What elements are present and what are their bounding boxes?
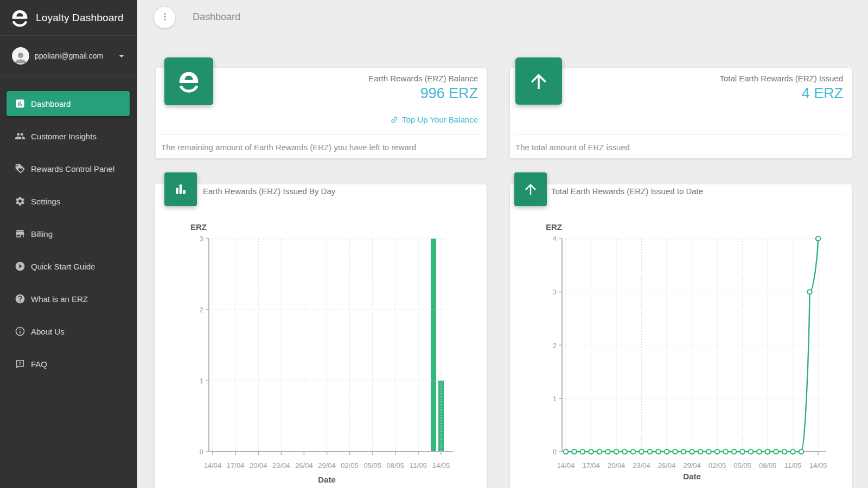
stat-label: Total Earth Rewards (ERZ) Issued bbox=[719, 74, 843, 83]
svg-text:20/04: 20/04 bbox=[608, 461, 626, 470]
svg-text:02/05: 02/05 bbox=[341, 461, 359, 470]
balance-card: Earth Rewards (ERZ) Balance 996 ERZ Top … bbox=[156, 68, 487, 158]
svg-text:26/04: 26/04 bbox=[658, 461, 676, 470]
svg-text:08/05: 08/05 bbox=[759, 461, 777, 470]
svg-text:3: 3 bbox=[200, 235, 203, 243]
app-title: Loyalty Dashboard bbox=[36, 12, 124, 24]
sidebar-item-billing[interactable]: Billing bbox=[0, 217, 137, 250]
svg-text:17/04: 17/04 bbox=[227, 461, 245, 470]
sidebar-item-label: Rewards Control Panel bbox=[31, 164, 114, 174]
stat-value: 4 ERZ bbox=[801, 85, 843, 102]
svg-text:14/05: 14/05 bbox=[432, 461, 450, 470]
svg-text:23/04: 23/04 bbox=[633, 461, 650, 470]
gear-icon bbox=[15, 196, 25, 207]
sidebar-item-about-us[interactable]: About Us bbox=[0, 315, 137, 348]
sidebar-item-label: Quick Start Guide bbox=[31, 262, 95, 271]
link-icon bbox=[390, 115, 399, 124]
arrow-up-icon bbox=[515, 57, 562, 105]
svg-text:1: 1 bbox=[553, 395, 557, 403]
svg-text:ERZ: ERZ bbox=[190, 222, 207, 232]
stat-label: Earth Rewards (ERZ) Balance bbox=[368, 74, 478, 83]
svg-text:2: 2 bbox=[200, 306, 203, 314]
svg-text:29/04: 29/04 bbox=[318, 461, 336, 470]
sidebar-item-label: Dashboard bbox=[31, 99, 71, 108]
sidebar-item-label: What is an ERZ bbox=[31, 294, 88, 304]
svg-text:3: 3 bbox=[553, 288, 557, 296]
user-menu[interactable]: ppoliani@gmail.com bbox=[0, 36, 137, 76]
sidebar-item-faq[interactable]: ?FAQ bbox=[0, 348, 137, 380]
play-circle-icon bbox=[15, 261, 25, 272]
svg-text:02/05: 02/05 bbox=[709, 461, 726, 470]
svg-text:17/04: 17/04 bbox=[582, 461, 600, 470]
sidebar-item-rewards-control-panel[interactable]: Rewards Control Panel bbox=[0, 152, 137, 185]
faq-bubble-icon: ? bbox=[15, 358, 25, 369]
sidebar-item-what-is-an-erz[interactable]: What is an ERZ bbox=[0, 282, 137, 315]
svg-text:14/04: 14/04 bbox=[557, 461, 575, 470]
divider bbox=[161, 134, 481, 135]
svg-text:0: 0 bbox=[553, 448, 557, 456]
top-up-balance-label: Top Up Your Balance bbox=[402, 115, 478, 124]
sidebar-logo-row: Loyalty Dashboard bbox=[0, 0, 137, 36]
svg-text:05/05: 05/05 bbox=[733, 461, 751, 470]
stat-value: 996 ERZ bbox=[420, 85, 478, 102]
sidebar-item-label: About Us bbox=[31, 327, 65, 336]
svg-text:4: 4 bbox=[553, 235, 557, 243]
page-menu-button[interactable] bbox=[154, 7, 175, 28]
people-icon bbox=[15, 131, 25, 142]
kebab-vertical-icon bbox=[159, 11, 170, 24]
svg-text:29/04: 29/04 bbox=[683, 461, 701, 470]
sidebar-item-label: Customer Insights bbox=[31, 132, 97, 141]
info-circle-icon bbox=[15, 326, 25, 337]
svg-text:14/04: 14/04 bbox=[204, 461, 222, 470]
loyalty-tag-icon bbox=[15, 163, 25, 174]
sidebar-item-settings[interactable]: Settings bbox=[0, 185, 137, 217]
erz-to-date-card: Total Earth Rewards (ERZ) Issued to Date… bbox=[510, 184, 852, 488]
erz-logo-icon bbox=[10, 8, 30, 28]
top-up-balance-link[interactable]: Top Up Your Balance bbox=[390, 115, 478, 124]
divider bbox=[515, 134, 846, 135]
stat-description: The remaining amount of Earth Rewards (E… bbox=[161, 143, 416, 152]
sidebar-menu: DashboardCustomer InsightsRewards Contro… bbox=[0, 76, 137, 380]
chart-square-icon bbox=[15, 98, 25, 109]
erz-by-day-bar-chart: 14/0417/0420/0423/0426/0429/0402/0505/05… bbox=[155, 184, 487, 488]
erz-by-day-card: Earth Rewards (ERZ) Issued By Day 14/041… bbox=[155, 184, 487, 488]
svg-text:11/05: 11/05 bbox=[784, 461, 802, 470]
svg-text:1: 1 bbox=[200, 377, 203, 385]
sidebar-item-quick-start-guide[interactable]: Quick Start Guide bbox=[0, 250, 137, 282]
erz-logo-icon bbox=[164, 57, 213, 105]
sidebar-item-customer-insights[interactable]: Customer Insights bbox=[0, 120, 137, 152]
svg-text:?: ? bbox=[18, 361, 22, 366]
svg-text:11/05: 11/05 bbox=[410, 461, 427, 470]
issued-card: Total Earth Rewards (ERZ) Issued 4 ERZ T… bbox=[510, 68, 852, 158]
store-icon bbox=[15, 228, 25, 239]
stat-description: The total amount of ERZ issued bbox=[515, 143, 630, 152]
svg-text:0: 0 bbox=[200, 448, 203, 456]
svg-text:ERZ: ERZ bbox=[546, 222, 562, 232]
svg-text:Date: Date bbox=[683, 472, 701, 481]
svg-text:26/04: 26/04 bbox=[295, 461, 313, 470]
chevron-down-icon bbox=[119, 55, 124, 57]
svg-text:20/04: 20/04 bbox=[250, 461, 267, 470]
sidebar: Loyalty Dashboard ppoliani@gmail.com Das… bbox=[0, 0, 137, 488]
user-email: ppoliani@gmail.com bbox=[35, 52, 103, 60]
help-circle-icon bbox=[15, 293, 25, 304]
svg-text:08/05: 08/05 bbox=[387, 461, 405, 470]
avatar bbox=[12, 47, 29, 65]
svg-text:2: 2 bbox=[553, 342, 557, 350]
svg-text:23/04: 23/04 bbox=[272, 461, 290, 470]
svg-text:05/05: 05/05 bbox=[363, 461, 381, 470]
sidebar-item-label: Billing bbox=[31, 229, 53, 239]
erz-to-date-line-chart: 14/0417/0420/0423/0426/0429/0402/0505/05… bbox=[510, 184, 852, 488]
sidebar-item-dashboard[interactable]: Dashboard bbox=[7, 91, 130, 116]
page-title: Dashboard bbox=[193, 11, 240, 23]
svg-text:14/05: 14/05 bbox=[809, 461, 827, 470]
svg-text:Date: Date bbox=[318, 475, 336, 484]
sidebar-item-label: FAQ bbox=[31, 359, 47, 369]
sidebar-item-label: Settings bbox=[31, 197, 60, 206]
